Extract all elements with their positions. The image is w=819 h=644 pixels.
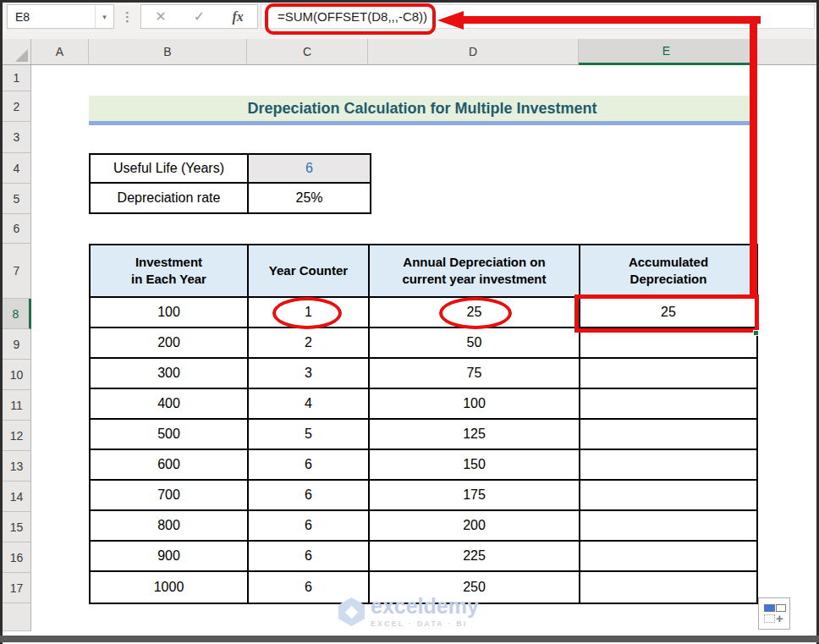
row-headers: 1234567891011121314151617 <box>3 65 31 631</box>
row-header-3[interactable]: 3 <box>3 122 31 153</box>
window-border-top <box>0 0 819 3</box>
annotation-formula-highlight-box <box>265 3 436 35</box>
header-annual-depreciation[interactable]: Annual Depreciation on current year inve… <box>370 245 580 298</box>
formula-bar-region: E8 ▾ ⋮ ✕ ✓ fx =SUM(OFFSET(D8,,,-C8)) <box>3 3 816 39</box>
watermark: exceldemy EXCEL · DATA · BI <box>338 596 479 628</box>
window-border-left <box>0 0 3 644</box>
row-header-8[interactable]: 8 <box>3 299 31 329</box>
cell-B15[interactable]: 800 <box>91 511 249 542</box>
column-header-E[interactable]: E <box>579 39 755 65</box>
window-bottom-bar <box>0 636 819 642</box>
row-header-13[interactable]: 13 <box>3 451 31 482</box>
title-banner-cell[interactable]: Drepeciation Calculation for Multiple In… <box>89 96 756 125</box>
cell-B9[interactable]: 200 <box>91 328 249 359</box>
cell-B16[interactable]: 900 <box>91 542 249 572</box>
excel-window: E8 ▾ ⋮ ✕ ✓ fx =SUM(OFFSET(D8,,,-C8)) ABC… <box>0 0 819 644</box>
row-header-15[interactable]: 15 <box>3 512 31 542</box>
cell-B4[interactable]: Useful Life (Years) <box>91 155 249 184</box>
cell-E16[interactable] <box>580 542 756 572</box>
formula-controls: ✕ ✓ fx <box>140 4 258 29</box>
cell-E14[interactable] <box>580 481 756 511</box>
cell-E10[interactable] <box>580 359 756 389</box>
column-header-B[interactable]: B <box>89 39 247 65</box>
cell-B13[interactable]: 600 <box>91 450 249 481</box>
insert-function-icon[interactable]: fx <box>233 9 244 25</box>
cell-E8[interactable]: 25 <box>580 298 756 328</box>
cell-D11[interactable]: 100 <box>370 389 580 420</box>
cell-E9[interactable] <box>580 328 756 359</box>
column-header-D[interactable]: D <box>368 39 579 65</box>
parameters-table: Useful Life (Years) 6 Depreciation rate … <box>89 153 371 214</box>
cell-C12[interactable]: 5 <box>249 420 370 450</box>
sheet-title: Drepeciation Calculation for Multiple In… <box>247 100 596 118</box>
cell-C8[interactable]: 1 <box>249 298 370 328</box>
cell-E11[interactable] <box>580 389 756 420</box>
watermark-brand: exceldemy <box>371 596 479 617</box>
cell-C10[interactable]: 3 <box>249 359 370 389</box>
select-all-triangle-icon <box>15 49 28 62</box>
cell-C4[interactable]: 6 <box>249 155 370 184</box>
selection-fill-handle[interactable] <box>753 330 759 336</box>
cell-C5[interactable]: 25% <box>249 184 370 212</box>
cell-C13[interactable]: 6 <box>249 450 370 481</box>
cell-D8[interactable]: 25 <box>370 298 580 328</box>
cell-D10[interactable]: 75 <box>370 359 580 389</box>
column-header-filler <box>755 39 816 65</box>
select-all-corner[interactable] <box>3 39 31 65</box>
cell-D15[interactable]: 200 <box>370 511 580 542</box>
cell-C11[interactable]: 4 <box>249 389 370 420</box>
depreciation-table: Investment in Each Year Year Counter Ann… <box>89 244 758 604</box>
cell-B11[interactable]: 400 <box>91 389 249 420</box>
cancel-icon[interactable]: ✕ <box>155 8 166 25</box>
cell-E15[interactable] <box>580 511 756 542</box>
column-header-A[interactable]: A <box>31 39 89 65</box>
cell-D14[interactable]: 175 <box>370 481 580 511</box>
row-header-5[interactable]: 5 <box>3 184 31 214</box>
cell-C14[interactable]: 6 <box>249 481 370 511</box>
more-dots-icon: ⋮ <box>121 4 134 29</box>
row-header-6[interactable]: 6 <box>3 214 31 244</box>
row-header-7[interactable]: 7 <box>3 244 31 299</box>
row-header-4[interactable]: 4 <box>3 153 31 184</box>
cell-B12[interactable]: 500 <box>91 420 249 450</box>
row-header-14[interactable]: 14 <box>3 482 31 512</box>
header-investment[interactable]: Investment in Each Year <box>91 245 249 298</box>
cell-B10[interactable]: 300 <box>91 359 249 389</box>
name-box-dropdown-icon[interactable]: ▾ <box>95 5 113 28</box>
cell-E13[interactable] <box>580 450 756 481</box>
cell-E12[interactable] <box>580 420 756 450</box>
confirm-icon[interactable]: ✓ <box>194 8 205 25</box>
row-header-9[interactable]: 9 <box>3 329 31 360</box>
row-header-12[interactable]: 12 <box>3 421 31 451</box>
name-box[interactable]: E8 ▾ <box>7 4 114 29</box>
row-header-17[interactable]: 17 <box>3 573 31 603</box>
header-accumulated-depreciation[interactable]: Accumulated Depreciation <box>580 245 756 298</box>
header-year-counter[interactable]: Year Counter <box>249 245 370 298</box>
row-header-2[interactable]: 2 <box>3 91 31 122</box>
cell-reference: E8 <box>8 10 95 24</box>
row-header-1[interactable]: 1 <box>3 65 31 91</box>
cell-D13[interactable]: 150 <box>370 450 580 481</box>
cell-C9[interactable]: 2 <box>249 328 370 359</box>
quick-analysis-icon[interactable]: + <box>758 597 790 630</box>
row-header-16[interactable]: 16 <box>3 542 31 573</box>
cell-E17[interactable] <box>580 572 756 603</box>
cell-B8[interactable]: 100 <box>91 298 249 328</box>
cell-D9[interactable]: 50 <box>370 328 580 359</box>
row-header-filler <box>3 603 31 631</box>
column-header-C[interactable]: C <box>247 39 368 65</box>
watermark-tagline: EXCEL · DATA · BI <box>371 619 479 628</box>
cell-B5[interactable]: Depreciation rate <box>91 184 249 212</box>
row-header-11[interactable]: 11 <box>3 390 31 421</box>
cell-B17[interactable]: 1000 <box>91 572 249 603</box>
cell-D12[interactable]: 125 <box>370 420 580 450</box>
cell-D16[interactable]: 225 <box>370 542 580 572</box>
cell-C15[interactable]: 6 <box>249 511 370 542</box>
column-headers: ABCDE <box>3 39 816 65</box>
row-header-10[interactable]: 10 <box>3 360 31 390</box>
cell-C16[interactable]: 6 <box>249 542 370 572</box>
exceldemy-logo-icon <box>338 597 365 626</box>
cell-B14[interactable]: 700 <box>91 481 249 511</box>
